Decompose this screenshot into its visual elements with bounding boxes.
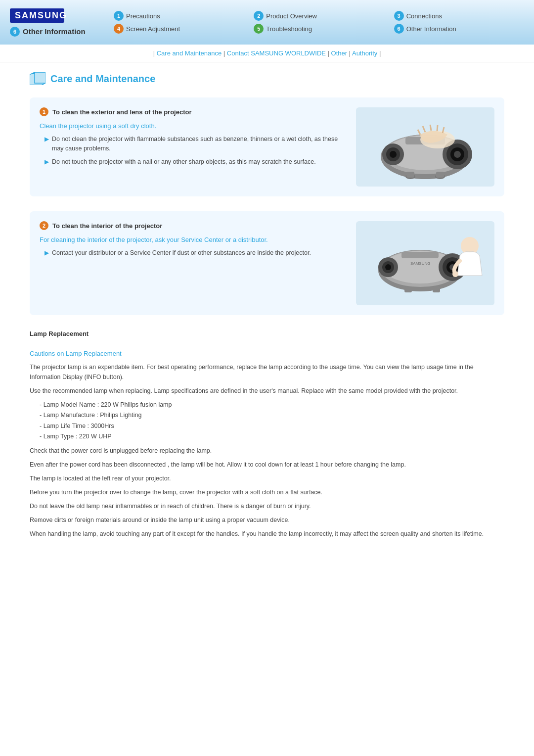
section-2-bullet-1: ▶ Contact your distributor or a Service … — [40, 248, 346, 258]
section-2-header: 2 To clean the interior of the projector — [40, 221, 346, 230]
main-content: Care and Maintenance 1 To clean the exte… — [0, 67, 534, 567]
lamp-extra-7: When handling the lamp, avoid touching a… — [30, 529, 504, 539]
section-2-title: To clean the interior of the projector — [52, 222, 162, 230]
section-2-num: 2 — [40, 221, 48, 230]
nav-product-overview[interactable]: 2 Product Overview — [254, 11, 384, 21]
svg-rect-34 — [433, 286, 440, 292]
nav-label-3: Connections — [406, 12, 442, 20]
lamp-section: Lamp Replacement Cautions on Lamp Replac… — [30, 330, 504, 553]
samsung-logo: SAMSUNG — [10, 8, 64, 23]
lamp-specs-list: Lamp Model Name : 220 W Philips fusion l… — [30, 400, 504, 442]
bullet-arrow-icon: ▶ — [44, 136, 49, 153]
lamp-para-2: Use the recommended lamp when replacing.… — [30, 386, 504, 396]
lamp-spec-1: Lamp Model Name : 220 W Philips fusion l… — [40, 400, 504, 410]
breadcrumb-authority[interactable]: Authority — [352, 49, 377, 57]
svg-rect-19 — [406, 172, 414, 178]
section-1-bullet-1: ▶ Do not clean the projector with flamma… — [40, 135, 346, 153]
svg-rect-32 — [401, 252, 439, 258]
bullet-arrow-icon-2: ▶ — [44, 158, 49, 167]
nav-precautions[interactable]: 1 Precautions — [114, 11, 244, 21]
svg-text:SAMSUNG: SAMSUNG — [410, 261, 430, 266]
section-2-image: SAMSUNG — [356, 221, 494, 305]
section-2-text: 2 To clean the interior of the projector… — [40, 221, 346, 305]
lamp-spec-4: Lamp Type : 220 W UHP — [40, 431, 504, 442]
svg-line-13 — [423, 126, 425, 132]
section-2-bullet-text: Contact your distributor or a Service Ce… — [52, 248, 311, 258]
bullet-2-text: Do not touch the projector with a nail o… — [52, 157, 316, 167]
lamp-spec-2: Lamp Manufacture : Philips Lighting — [40, 410, 504, 421]
nav-num-2: 2 — [254, 11, 264, 21]
page-title-area: Care and Maintenance — [30, 72, 504, 85]
lamp-extra-3: The lamp is located at the left rear of … — [30, 473, 504, 483]
nav-num-4: 4 — [114, 24, 124, 34]
lamp-extra-5: Do not leave the old lamp near inflammab… — [30, 501, 504, 511]
lamp-subtitle: Cautions on Lamp Replacement — [30, 350, 504, 357]
header: SAMSUNG 6 Other Information 1 Precaution… — [0, 0, 534, 45]
nav-num-1: 1 — [114, 11, 124, 21]
section-1-num: 1 — [40, 107, 48, 116]
nav-label-5: Troubleshooting — [266, 25, 312, 33]
breadcrumb-care[interactable]: Care and Maintenance — [157, 49, 222, 57]
section-interior: 2 To clean the interior of the projector… — [30, 211, 504, 315]
breadcrumb-contact[interactable]: Contact SAMSUNG WORLDWIDE — [227, 49, 326, 57]
projector-svg-1 — [361, 107, 490, 187]
header-left: SAMSUNG 6 Other Information — [10, 8, 99, 37]
svg-rect-33 — [404, 286, 412, 292]
nav-other-information[interactable]: 6 Other Information — [394, 24, 524, 34]
page-title: Care and Maintenance — [50, 73, 155, 85]
svg-line-12 — [418, 130, 420, 135]
nav-label-1: Precautions — [126, 12, 160, 20]
svg-line-14 — [430, 125, 431, 131]
other-info-label: Other Information — [23, 27, 86, 36]
svg-point-36 — [452, 271, 458, 277]
section-1-header: 1 To clean the exterior and lens of the … — [40, 107, 346, 116]
page-title-icon — [30, 72, 45, 85]
svg-rect-20 — [436, 172, 444, 178]
lamp-extra-2: Even after the power cord has been disco… — [30, 460, 504, 470]
section-1-text: 1 To clean the exterior and lens of the … — [40, 107, 346, 187]
section-1-title: To clean the exterior and lens of the pr… — [52, 108, 191, 116]
section-1-subtitle: Clean the projector using a soft dry clo… — [40, 122, 346, 130]
lamp-spec-3: Lamp Life Time : 3000Hrs — [40, 421, 504, 431]
lamp-extra-4: Before you turn the projector over to ch… — [30, 487, 504, 497]
bullet-1-text: Do not clean the projector with flammabl… — [52, 135, 346, 153]
nav-label-6: Other Information — [406, 25, 456, 33]
nav-troubleshooting[interactable]: 5 Troubleshooting — [254, 24, 384, 34]
nav-num-3: 3 — [394, 11, 404, 21]
section-1-bullet-2: ▶ Do not touch the projector with a nail… — [40, 157, 346, 167]
lamp-para-1: The projector lamp is an expendable item… — [30, 362, 504, 382]
section-2-subtitle: For cleaning the interior of the project… — [40, 236, 346, 243]
projector-svg-2: SAMSUNG — [361, 221, 490, 305]
lamp-extra-1: Check that the power cord is unplugged b… — [30, 446, 504, 456]
svg-point-30 — [385, 264, 391, 270]
nav-num-5: 5 — [254, 24, 264, 34]
section-exterior: 1 To clean the exterior and lens of the … — [30, 97, 504, 196]
nav-connections[interactable]: 3 Connections — [394, 11, 524, 21]
breadcrumb: | Care and Maintenance | Contact SAMSUNG… — [0, 45, 534, 62]
svg-line-15 — [437, 125, 438, 131]
bullet-arrow-icon-3: ▶ — [44, 249, 49, 258]
breadcrumb-other[interactable]: Other — [331, 49, 348, 57]
nav-label-2: Product Overview — [266, 12, 317, 20]
nav-grid: 1 Precautions 2 Product Overview 3 Conne… — [114, 11, 524, 34]
svg-point-6 — [454, 151, 461, 158]
nav-screen-adjustment[interactable]: 4 Screen Adjustment — [114, 24, 244, 34]
svg-point-9 — [390, 151, 397, 158]
other-info-badge: 6 Other Information — [10, 27, 99, 37]
other-info-num: 6 — [10, 27, 20, 37]
nav-num-6: 6 — [394, 24, 404, 34]
lamp-title: Lamp Replacement — [30, 330, 504, 337]
nav-label-4: Screen Adjustment — [126, 25, 180, 33]
section-1-image — [356, 107, 494, 187]
lamp-extra-6: Remove dirts or foreign materials around… — [30, 515, 504, 525]
